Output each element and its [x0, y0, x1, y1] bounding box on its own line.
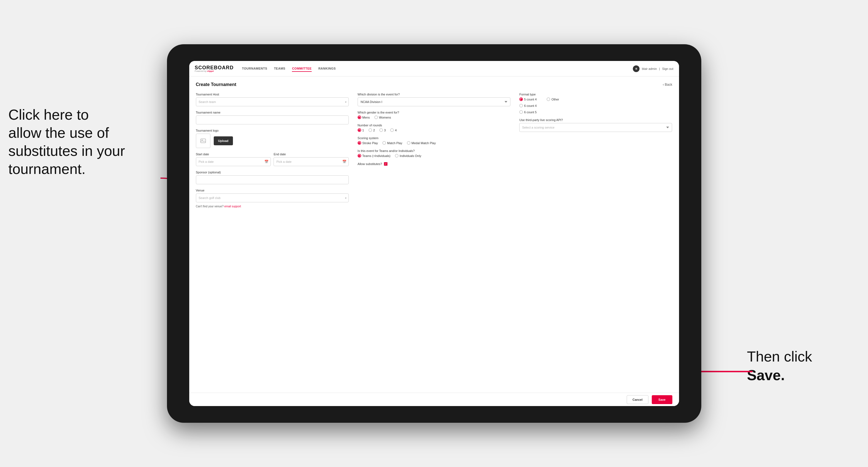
event-teams[interactable]: Teams (+Individuals): [358, 154, 391, 158]
scoring-medal-radio[interactable]: [407, 141, 410, 145]
back-button[interactable]: ‹ Back: [662, 83, 672, 87]
tournament-logo-group: Tournament logo Upload: [196, 129, 349, 148]
format-6count5-radio[interactable]: [519, 110, 523, 114]
end-date-label: End date: [274, 153, 349, 156]
rounds-4-radio[interactable]: [390, 128, 394, 132]
scoring-group: Scoring system Stroke Play Match Play: [358, 136, 510, 145]
rounds-2-label: 2: [373, 129, 375, 132]
nav-teams[interactable]: TEAMS: [274, 66, 285, 72]
rounds-1[interactable]: 1: [358, 128, 364, 132]
logo-scoreboard: SCOREBOARD: [195, 65, 234, 70]
rounds-2[interactable]: 2: [368, 128, 375, 132]
format-6count5[interactable]: 6 count 5: [519, 110, 672, 114]
tournament-name-input[interactable]: [196, 116, 349, 124]
substitutes-checkbox[interactable]: ✓: [384, 162, 388, 166]
sponsor-input[interactable]: [196, 175, 349, 184]
format-other-radio[interactable]: [547, 97, 550, 101]
substitutes-row: Allow substitutes? ✓: [358, 162, 510, 166]
rounds-3[interactable]: 3: [379, 128, 386, 132]
scoring-api-label: Use third-party live scoring API?: [519, 118, 672, 122]
end-date-input[interactable]: [274, 157, 349, 166]
format-5count4-label: 5 count 4: [524, 98, 536, 101]
nav-tournaments[interactable]: TOURNAMENTS: [242, 66, 268, 72]
format-6count4-label: 6 count 4: [524, 104, 536, 107]
annotation-right: Then click Save.: [747, 347, 853, 385]
gender-radio-group: Mens Womens: [358, 116, 510, 119]
end-date-wrap: Pick a date 📅: [274, 157, 349, 166]
username: blair admin: [642, 67, 657, 70]
logo-area: SCOREBOARD Powered by clippd: [195, 65, 234, 72]
scoring-stroke-label: Stroke Play: [362, 142, 378, 145]
rounds-4[interactable]: 4: [390, 128, 397, 132]
svg-point-3: [202, 140, 203, 141]
venue-label: Venue: [196, 189, 349, 192]
scoring-stroke[interactable]: Stroke Play: [358, 141, 378, 145]
start-date-input[interactable]: [196, 157, 271, 166]
scoring-stroke-radio[interactable]: [358, 141, 361, 145]
tournament-host-input[interactable]: [196, 97, 349, 106]
sign-out-link[interactable]: Sign out: [662, 67, 673, 70]
format-6count4[interactable]: 6 count 4: [519, 104, 672, 107]
sponsor-group: Sponsor (optional) Enter sponsor name: [196, 170, 349, 184]
gender-label: Which gender is the event for?: [358, 111, 510, 114]
event-teams-label: Teams (+Individuals): [362, 154, 391, 158]
format-5count4-radio[interactable]: [519, 97, 523, 101]
format-other[interactable]: Other: [547, 97, 559, 101]
gender-womens-radio[interactable]: [374, 116, 378, 119]
format-6count5-label: 6 count 5: [524, 111, 536, 114]
rounds-3-label: 3: [384, 129, 386, 132]
format-group: Format type 5 count 4 Other: [519, 93, 672, 114]
scoring-api-group: Use third-party live scoring API? Select…: [519, 118, 672, 132]
upload-button[interactable]: Upload: [214, 136, 233, 145]
event-individuals-radio[interactable]: [395, 154, 399, 158]
scoring-match[interactable]: Match Play: [382, 141, 402, 145]
nav-right: B blair admin | Sign out: [633, 65, 673, 72]
avatar: B: [633, 65, 640, 72]
scoring-label: Scoring system: [358, 136, 510, 140]
nav-committee[interactable]: COMMITTEE: [292, 66, 312, 72]
format-6count4-radio[interactable]: [519, 104, 523, 107]
rounds-1-label: 1: [362, 129, 364, 132]
rounds-3-radio[interactable]: [379, 128, 383, 132]
tournament-logo-label: Tournament logo: [196, 129, 349, 132]
logo-placeholder-icon: [196, 133, 210, 148]
annotation-left: Click here to allow the use of substitut…: [8, 106, 153, 178]
scoring-medal[interactable]: Medal Match Play: [407, 141, 436, 145]
tournament-name-label: Tournament name: [196, 111, 349, 114]
cancel-button[interactable]: Cancel: [627, 395, 648, 404]
gender-womens[interactable]: Womens: [374, 116, 391, 119]
page-content: Create Tournament ‹ Back Tournament Host…: [189, 76, 679, 393]
form-col-1: Tournament Host Search team ▾ Tournament…: [196, 93, 349, 208]
save-button[interactable]: Save: [652, 395, 672, 404]
event-teams-radio[interactable]: [358, 154, 361, 158]
page-header: Create Tournament ‹ Back: [196, 82, 672, 87]
end-date-group: End date Pick a date 📅: [274, 153, 349, 166]
format-options: 5 count 4 Other 6 count 4: [519, 97, 672, 114]
rounds-2-radio[interactable]: [368, 128, 372, 132]
navigation-bar: SCOREBOARD Powered by clippd TOURNAMENTS…: [189, 61, 679, 76]
format-5count4[interactable]: 5 count 4: [519, 97, 536, 101]
start-date-wrap: Pick a date 📅: [196, 157, 271, 166]
gender-womens-label: Womens: [379, 116, 391, 119]
rounds-1-radio[interactable]: [358, 128, 361, 132]
venue-input[interactable]: [196, 193, 349, 202]
venue-group: Venue Search golf club ▾ Can't find your…: [196, 189, 349, 208]
scoring-api-select[interactable]: [519, 123, 672, 132]
event-individuals[interactable]: Individuals Only: [395, 154, 421, 158]
division-select[interactable]: NCAA Division I: [358, 97, 510, 106]
email-support-link[interactable]: email support: [224, 205, 241, 208]
form-grid: Tournament Host Search team ▾ Tournament…: [196, 93, 672, 208]
nav-separator: |: [659, 67, 660, 70]
event-type-radio-group: Teams (+Individuals) Individuals Only: [358, 154, 510, 158]
event-type-label: Is this event for Teams and/or Individua…: [358, 149, 510, 153]
gender-mens-radio[interactable]: [358, 116, 361, 119]
checkbox-check-icon: ✓: [384, 162, 387, 165]
scoring-match-radio[interactable]: [382, 141, 386, 145]
form-col-3: Format type 5 count 4 Other: [519, 93, 672, 208]
gender-mens[interactable]: Mens: [358, 116, 370, 119]
sponsor-label: Sponsor (optional): [196, 170, 349, 174]
nav-rankings[interactable]: RANKINGS: [318, 66, 336, 72]
substitutes-group: Allow substitutes? ✓: [358, 162, 510, 166]
scoring-match-label: Match Play: [387, 142, 402, 145]
tablet-screen: SCOREBOARD Powered by clippd TOURNAMENTS…: [189, 61, 679, 406]
